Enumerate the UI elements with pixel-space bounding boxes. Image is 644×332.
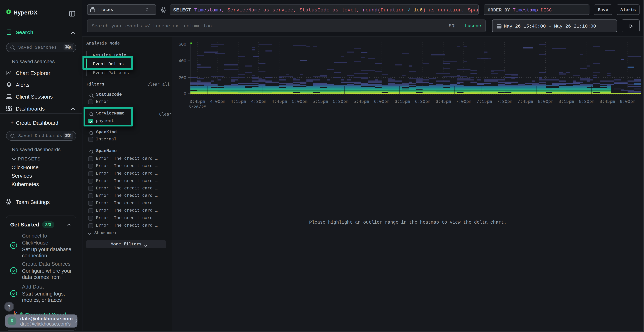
- svg-text:8:15pm: 8:15pm: [558, 99, 574, 104]
- svg-text:5:45pm: 5:45pm: [354, 99, 369, 104]
- svg-text:Please highlight an outlier ra: Please highlight an outlier range in the…: [309, 220, 506, 225]
- svg-text:6:45pm: 6:45pm: [436, 99, 451, 104]
- svg-text:5:15pm: 5:15pm: [312, 99, 328, 104]
- svg-text:4:30pm: 4:30pm: [251, 99, 266, 104]
- svg-text:5:00pm: 5:00pm: [292, 99, 307, 104]
- svg-text:0: 0: [184, 92, 186, 96]
- svg-text:400: 400: [178, 59, 186, 64]
- svg-text:6:00pm: 6:00pm: [374, 99, 390, 104]
- svg-text:8:45pm: 8:45pm: [600, 99, 615, 104]
- svg-text:7:00pm: 7:00pm: [456, 99, 471, 104]
- svg-text:4:00pm: 4:00pm: [210, 99, 226, 104]
- svg-text:5:30pm: 5:30pm: [333, 99, 348, 104]
- svg-text:7:45pm: 7:45pm: [518, 99, 533, 104]
- svg-text:5/26/25: 5/26/25: [188, 105, 206, 110]
- svg-text:6:30pm: 6:30pm: [415, 99, 430, 104]
- svg-text:7:30pm: 7:30pm: [497, 99, 512, 104]
- svg-text:200: 200: [178, 76, 186, 80]
- svg-text:3:45pm: 3:45pm: [190, 99, 205, 104]
- svg-text:9:00pm: 9:00pm: [620, 99, 636, 104]
- svg-text:8:00pm: 8:00pm: [538, 99, 553, 104]
- svg-text:8:30pm: 8:30pm: [579, 99, 594, 104]
- svg-text:4:45pm: 4:45pm: [272, 99, 287, 104]
- svg-text:600: 600: [178, 42, 186, 47]
- svg-text:4:15pm: 4:15pm: [230, 99, 246, 104]
- svg-text:6:15pm: 6:15pm: [394, 99, 410, 104]
- svg-text:7:15pm: 7:15pm: [476, 99, 492, 104]
